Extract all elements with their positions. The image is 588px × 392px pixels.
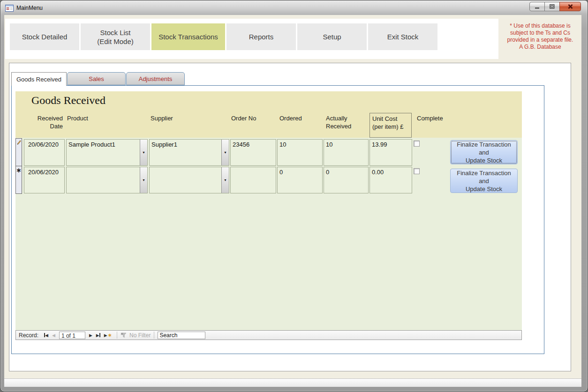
product-combo[interactable]: Sample Product1 ▼ [66, 139, 148, 166]
product-value: Sample Product1 [68, 141, 115, 148]
search-input[interactable] [158, 332, 205, 339]
received-date-field[interactable]: 20/06/2020 [24, 139, 65, 166]
tab-stock-transactions[interactable]: Stock Transactions [151, 23, 225, 50]
right-arrow-icon: ▶ [89, 333, 92, 338]
tab-goods-received[interactable]: Goods Received [11, 72, 67, 86]
previous-record-button[interactable]: ◀ [52, 333, 55, 338]
complete-checkbox[interactable] [414, 141, 420, 147]
ordered-field-new[interactable]: 0 [277, 167, 323, 193]
right-arrow-icon: ▶ [96, 333, 99, 338]
ordered-field[interactable]: 10 [277, 139, 323, 166]
record-selector[interactable] [15, 138, 22, 166]
column-header-actually-received: Actually Received [326, 114, 351, 130]
supplier-combo[interactable]: Supplier1 ▼ [149, 139, 229, 166]
window-controls [530, 2, 581, 11]
finalize-transaction-button[interactable]: Finalize Transaction and Update Stock [450, 140, 518, 164]
finalize-transaction-button-new[interactable]: Finalize Transaction and Update Stock [450, 169, 518, 193]
column-header-unit-cost: Unit Cost (per item) £ [369, 113, 412, 138]
new-record-icon: ∗ [16, 167, 22, 174]
column-header-order-no: Order No [231, 114, 256, 122]
column-header-ordered: Ordered [279, 114, 302, 122]
status-bar [4, 378, 581, 387]
dropdown-arrow-icon: ▼ [224, 178, 227, 182]
column-header-supplier: Supplier [151, 114, 173, 122]
dropdown-arrow-icon: ▼ [224, 151, 227, 154]
new-record-star-icon: ∗ [108, 333, 112, 337]
tab-stock-detailed[interactable]: Stock Detailed [10, 23, 79, 50]
navigator-separator [117, 332, 117, 339]
tab-setup[interactable]: Setup [297, 23, 367, 50]
application-window: MainMenu Stock Detailed Stock List (Edit… [0, 0, 588, 392]
product-dropdown-button[interactable]: ▼ [140, 139, 148, 166]
next-record-button[interactable]: ▶ [89, 333, 92, 338]
actually-received-field[interactable]: 10 [324, 139, 369, 166]
unit-cost-field-new[interactable]: 0.00 [369, 167, 412, 193]
supplier-value: Supplier1 [151, 141, 177, 148]
right-arrow-icon: ▶ [104, 333, 107, 338]
no-filter-label: No Filter [129, 332, 151, 339]
column-header-product: Product [67, 114, 88, 122]
column-header-complete: Complete [417, 114, 443, 122]
close-icon [568, 4, 573, 9]
column-header-received-date: Received Date [28, 114, 63, 130]
supplier-combo-new[interactable]: ▼ [149, 167, 229, 193]
transaction-sub-tabs: Goods Received Sales Adjustments [11, 72, 185, 86]
main-tab-strip: Stock Detailed Stock List (Edit Mode) St… [5, 19, 498, 59]
filter-icon [121, 333, 127, 338]
product-dropdown-button[interactable]: ▼ [140, 167, 148, 193]
supplier-dropdown-button[interactable]: ▼ [221, 167, 229, 193]
new-record-selector[interactable]: ∗ [15, 166, 22, 194]
dropdown-arrow-icon: ▼ [142, 178, 145, 182]
restore-button[interactable] [544, 2, 560, 11]
window-client-area: Stock Detailed Stock List (Edit Mode) St… [4, 15, 581, 387]
main-menu-tabs: Stock Detailed Stock List (Edit Mode) St… [10, 23, 437, 50]
filter-button[interactable]: No Filter [121, 332, 151, 339]
records-area: ∗ 20/06/2020 Sample Product1 ▼ Supplier1… [15, 138, 522, 330]
edit-pencil-icon [17, 140, 21, 145]
order-no-field-new[interactable] [230, 167, 276, 193]
disclaimer-text: * Use of this database is subject to the… [498, 22, 581, 51]
last-record-icon [99, 333, 100, 337]
last-record-button[interactable]: ▶ [96, 333, 100, 338]
close-button[interactable] [559, 2, 581, 11]
left-arrow-icon: ◀ [52, 333, 55, 338]
dropdown-arrow-icon: ▼ [142, 151, 145, 154]
form-title: Goods Received [31, 94, 106, 107]
record-position[interactable]: 1 of 1 [59, 332, 85, 339]
new-record-button[interactable]: ▶∗ [104, 333, 112, 338]
product-combo-new[interactable]: ▼ [66, 167, 148, 193]
record-navigator: Record: ◀ ◀ 1 of 1 ▶ ▶ ▶∗ [15, 330, 522, 340]
title-bar[interactable]: MainMenu [1, 1, 587, 15]
received-date-field-new[interactable]: 20/06/2020 [24, 167, 65, 193]
goods-received-form: Goods Received Received Date Product Sup… [15, 91, 522, 340]
main-panel: Goods Received Sales Adjustments Goods R… [9, 63, 571, 371]
unit-cost-field[interactable]: 13.99 [369, 139, 412, 166]
window-title: MainMenu [16, 5, 43, 11]
order-no-field[interactable]: 23456 [230, 139, 276, 166]
minimize-icon [535, 5, 540, 9]
first-record-button[interactable]: ◀ [44, 333, 48, 338]
tab-exit-stock[interactable]: Exit Stock [368, 23, 437, 50]
actually-received-field-new[interactable]: 0 [324, 167, 369, 193]
tab-reports[interactable]: Reports [226, 23, 296, 50]
restore-icon [550, 4, 555, 9]
complete-checkbox-new[interactable] [414, 168, 420, 174]
supplier-dropdown-button[interactable]: ▼ [221, 139, 229, 166]
left-arrow-icon: ◀ [45, 333, 48, 338]
tab-stock-list-edit-mode[interactable]: Stock List (Edit Mode) [81, 23, 150, 50]
form-icon [5, 5, 14, 12]
goods-received-page: Goods Received Received Date Product Sup… [11, 85, 544, 354]
navigator-separator [154, 332, 154, 339]
record-label: Record: [19, 332, 38, 339]
minimize-button[interactable] [529, 2, 545, 11]
form-header: Goods Received Received Date Product Sup… [15, 91, 522, 138]
tab-sales[interactable]: Sales [67, 72, 126, 85]
tab-adjustments[interactable]: Adjustments [126, 72, 185, 85]
